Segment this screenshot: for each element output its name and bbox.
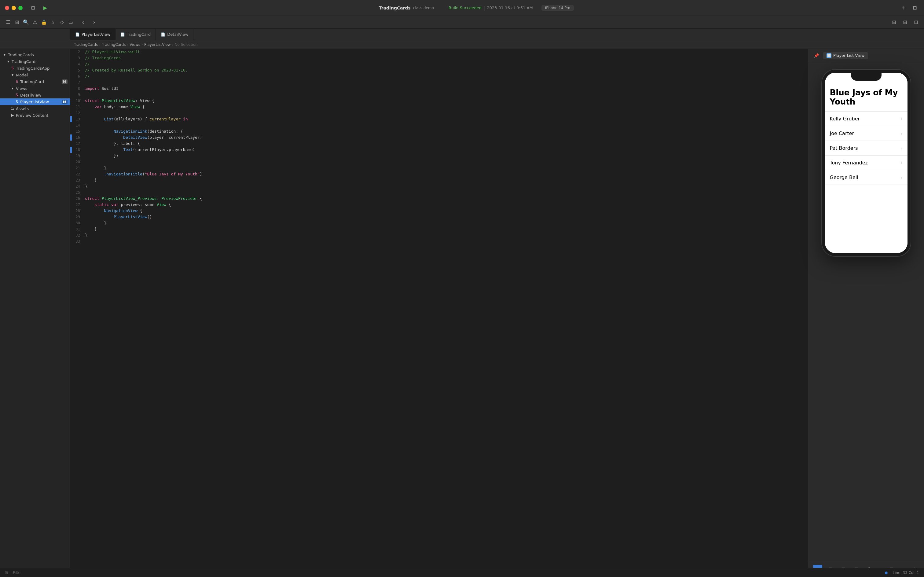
breadcrumb-tradingcards2[interactable]: TradingCards: [102, 42, 126, 47]
tab-tradingcard[interactable]: 📄 TradingCard: [116, 29, 156, 40]
rect-icon[interactable]: ▭: [68, 18, 74, 27]
split-icon[interactable]: ⊟: [890, 18, 898, 27]
chevron-right-icon: ›: [901, 160, 903, 165]
code-line: 32}: [70, 232, 808, 239]
lock-icon[interactable]: 🔒: [41, 18, 47, 27]
list-item[interactable]: Kelly Gruber›: [825, 111, 908, 126]
line-content[interactable]: import SwiftUI: [85, 85, 808, 92]
line-content[interactable]: // Created by Russell Gordon on 2023-01-…: [85, 67, 808, 73]
line-content[interactable]: [85, 110, 808, 116]
sidebar-item-preview-content[interactable]: ▶ Preview Content: [0, 112, 70, 119]
line-content[interactable]: [85, 159, 808, 165]
code-line: 30 }: [70, 220, 808, 226]
inspector-icon[interactable]: ⊡: [912, 18, 920, 27]
maximize-button[interactable]: [18, 6, 23, 10]
line-content[interactable]: [85, 92, 808, 98]
code-line: 10struct PlayerListView: View {: [70, 98, 808, 104]
line-content[interactable]: }: [85, 165, 808, 171]
sidebar-item-tradingcards[interactable]: ▾ TradingCards: [0, 58, 70, 65]
line-content[interactable]: //: [85, 61, 808, 67]
window-icon[interactable]: ⊡: [911, 4, 919, 12]
code-line: 20: [70, 159, 808, 165]
list-item[interactable]: Tony Fernandez›: [825, 156, 908, 170]
line-content[interactable]: Text(currentPlayer.playerName): [85, 147, 808, 153]
line-content[interactable]: NavigationView {: [85, 208, 808, 214]
sidebar-item-playerlistview[interactable]: S PlayerListView M: [0, 98, 70, 105]
sidebar-item-detailview[interactable]: S DetailView: [0, 92, 70, 98]
code-editor[interactable]: 2// PlayerListView.swift3// TradingCards…: [70, 49, 808, 576]
line-content[interactable]: }: [85, 184, 808, 190]
phone-container: Blue Jays of My Youth Kelly Gruber›Joe C…: [822, 70, 911, 256]
line-content[interactable]: [85, 122, 808, 128]
line-content[interactable]: struct PlayerListView_Previews: PreviewP…: [85, 196, 808, 202]
breadcrumb-playerlistview[interactable]: PlayerListView: [144, 42, 171, 47]
line-content[interactable]: }: [85, 226, 808, 232]
line-number: 3: [72, 55, 85, 61]
line-number: 25: [72, 190, 85, 196]
code-line: 31 }: [70, 226, 808, 232]
close-button[interactable]: [5, 6, 9, 10]
device-label: iPhone 14 Pro: [541, 5, 574, 11]
badge-tradingcard: M: [62, 79, 68, 84]
sidebar-icon[interactable]: ☰: [5, 18, 11, 27]
list-item[interactable]: George Bell›: [825, 170, 908, 185]
run-button[interactable]: ▶: [41, 4, 50, 12]
line-content[interactable]: .navigationTitle("Blue Jays of My Youth"…: [85, 171, 808, 177]
player-list: Kelly Gruber›Joe Carter›Pat Borders›Tony…: [825, 111, 908, 185]
sidebar-item-tradingcardsapp[interactable]: S TradingCardsApp: [0, 65, 70, 71]
diamond-icon[interactable]: ◇: [59, 18, 65, 27]
line-content[interactable]: // TradingCards: [85, 55, 808, 61]
titlebar-right: + ⊡: [900, 4, 919, 12]
line-content[interactable]: }): [85, 153, 808, 159]
tab-detailview[interactable]: 📄 DetailView: [156, 29, 193, 40]
minimap-icon[interactable]: ⊞: [901, 18, 910, 27]
line-content[interactable]: //: [85, 73, 808, 79]
code-line: 15 NavigationLink(destination: {: [70, 128, 808, 134]
warning-icon[interactable]: ⚠: [32, 18, 38, 27]
line-content[interactable]: static var previews: some View {: [85, 202, 808, 208]
sidebar-label-preview-content: Preview Content: [16, 113, 68, 118]
tab-playerlistview[interactable]: 📄 PlayerListView: [70, 29, 116, 40]
line-content[interactable]: var body: some View {: [85, 104, 808, 110]
line-content[interactable]: struct PlayerListView: View {: [85, 98, 808, 104]
minimize-button[interactable]: [11, 6, 16, 10]
swift-icon-app: S: [10, 66, 14, 70]
line-content[interactable]: }: [85, 220, 808, 226]
forward-icon[interactable]: ›: [90, 18, 98, 27]
line-content[interactable]: }: [85, 232, 808, 239]
tab-label-tradingcard: TradingCard: [127, 32, 151, 37]
line-content[interactable]: [85, 239, 808, 245]
sidebar: ▾ TradingCards ▾ TradingCards S TradingC…: [0, 49, 70, 576]
swift-icon-playerlist: S: [14, 100, 19, 104]
line-content[interactable]: DetailView(player: currentPlayer): [85, 134, 808, 140]
filter-input[interactable]: Filter: [13, 571, 22, 575]
line-content[interactable]: [85, 190, 808, 196]
sidebar-item-tradingcards-root[interactable]: ▾ TradingCards: [0, 52, 70, 58]
back-icon[interactable]: ‹: [79, 18, 87, 27]
line-content[interactable]: [85, 79, 808, 85]
titlebar: ⊞ ▶ TradingCards class-demo Build Succee…: [0, 0, 924, 16]
line-content[interactable]: }, label: {: [85, 140, 808, 147]
breadcrumb-tradingcards1[interactable]: TradingCards: [74, 42, 98, 47]
list-item[interactable]: Pat Borders›: [825, 141, 908, 156]
bookmark-icon[interactable]: ☆: [50, 18, 56, 27]
sidebar-item-tradingcard[interactable]: S TradingCard M: [0, 78, 70, 85]
line-content[interactable]: NavigationLink(destination: {: [85, 128, 808, 134]
search-icon[interactable]: 🔍: [23, 18, 29, 27]
sidebar-item-views[interactable]: ▾ Views: [0, 85, 70, 92]
list-item[interactable]: Joe Carter›: [825, 126, 908, 141]
line-content[interactable]: PlayerListView(): [85, 214, 808, 220]
line-content[interactable]: // PlayerListView.swift: [85, 49, 808, 55]
line-number: 11: [72, 104, 85, 110]
grid-icon[interactable]: ⊞: [14, 18, 20, 27]
sidebar-item-model[interactable]: ▾ Model: [0, 71, 70, 78]
sidebar-toggle[interactable]: ⊞: [29, 4, 37, 12]
line-number: 29: [72, 214, 85, 220]
plus-icon[interactable]: +: [900, 4, 908, 12]
window-controls[interactable]: [5, 6, 23, 10]
line-content[interactable]: List(allPlayers) { currentPlayer in: [85, 116, 808, 122]
breadcrumb-views[interactable]: Views: [130, 42, 140, 47]
pin-button[interactable]: 📌: [812, 52, 820, 60]
line-content[interactable]: }: [85, 177, 808, 184]
sidebar-item-assets[interactable]: 🗂 Assets: [0, 105, 70, 112]
